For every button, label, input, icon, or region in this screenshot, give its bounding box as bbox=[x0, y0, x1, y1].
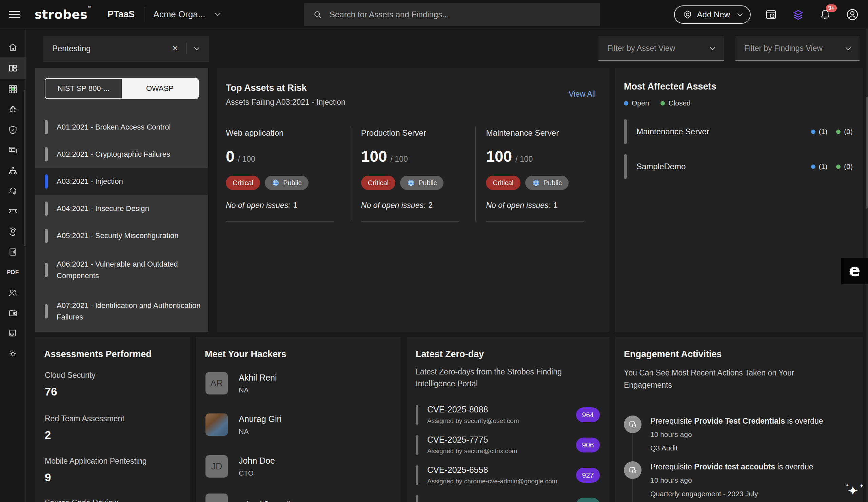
item-bar bbox=[45, 263, 48, 277]
framework-item-a04[interactable]: A04:2021 - Insecure Design bbox=[35, 195, 208, 222]
filter-asset-view-label: Filter by Asset View bbox=[607, 44, 711, 53]
sidebar-item-org-hierarchy[interactable] bbox=[0, 161, 26, 181]
sidebar-item-dashboards[interactable] bbox=[0, 57, 26, 79]
sidebar-item-findings[interactable] bbox=[0, 99, 26, 120]
tab-nist[interactable]: NIST SP 800-... bbox=[45, 79, 122, 98]
zero-day-row[interactable]: CVE-2025-8088Assigned by security@eset.c… bbox=[416, 404, 600, 425]
framework-item-a02[interactable]: A02:2021 - Cryptographic Failures bbox=[35, 141, 208, 168]
issues-label: No of open issues: bbox=[486, 201, 551, 209]
ticket-icon bbox=[8, 206, 18, 216]
chevron-down-icon[interactable] bbox=[215, 11, 221, 16]
shield-check-icon bbox=[8, 125, 18, 135]
clear-icon[interactable]: ✕ bbox=[172, 44, 178, 53]
engagement-activity: Prerequisite Provide Test Credentials is… bbox=[624, 416, 856, 452]
affected-asset-row[interactable]: SampleDemo (1) (0) bbox=[624, 154, 853, 180]
zero-day-panel: Latest Zero-day Latest Zero-days from th… bbox=[407, 337, 609, 502]
item-bar bbox=[45, 202, 48, 216]
activity-context: Q3 Audit bbox=[650, 444, 823, 452]
panel-title: Meet Your Hackers bbox=[205, 349, 287, 360]
chevron-down-icon[interactable] bbox=[710, 45, 715, 50]
framework-item-a05[interactable]: A05:2021 - Security Misconfiguration bbox=[35, 222, 208, 249]
affected-asset-row[interactable]: Maintenance Server (1) (0) bbox=[624, 119, 853, 144]
notifications-bell-icon[interactable]: 9+ bbox=[818, 8, 832, 21]
assessment-item: Source Code Review bbox=[45, 498, 118, 502]
framework-item-a06[interactable]: A06:2021 - Vulnerable and Outdated Compo… bbox=[35, 249, 208, 291]
sidebar-item-reports[interactable] bbox=[0, 242, 26, 262]
sidebar-item-home[interactable] bbox=[0, 37, 26, 57]
zero-day-row[interactable]: CVE-2025-6554 bbox=[416, 495, 600, 502]
item-bar bbox=[624, 154, 627, 179]
sync-settings-icon bbox=[8, 186, 18, 196]
chevron-down-icon[interactable] bbox=[846, 45, 851, 50]
legend-closed: Closed bbox=[661, 99, 690, 107]
issues-label: No of open issues: bbox=[226, 201, 291, 209]
sidebar-item-billing[interactable] bbox=[0, 303, 26, 323]
sidebar-item-settings[interactable] bbox=[0, 344, 26, 364]
cve-assigned: Assigned by chrome-cve-admin@google.com bbox=[427, 478, 576, 485]
framework-item-a07[interactable]: A07:2021 - Identification and Authentica… bbox=[35, 291, 208, 332]
chevron-down-icon[interactable] bbox=[737, 11, 743, 17]
ai-assistant-button[interactable]: ✦ ✦ ✦ bbox=[841, 480, 865, 501]
cve-score-badge: 906 bbox=[576, 438, 600, 452]
severity-badge: Critical bbox=[226, 176, 260, 190]
sidebar-item-assets[interactable] bbox=[0, 140, 26, 161]
severity-badge: Critical bbox=[486, 176, 520, 190]
divider bbox=[226, 222, 334, 222]
cve-id: CVE-2025-6558 bbox=[427, 465, 576, 475]
top-assets-panel: Top Assets at Risk Assets Failing A03:20… bbox=[217, 68, 609, 332]
profile-avatar-icon[interactable] bbox=[846, 8, 859, 21]
calendar-clock-icon bbox=[624, 461, 641, 479]
zero-day-row[interactable]: CVE-2025-7775Assigned by secure@citrix.c… bbox=[416, 435, 600, 455]
hamburger-menu-icon[interactable] bbox=[9, 9, 20, 20]
pdf-icon: PDF bbox=[7, 269, 19, 276]
asset-score: 100 bbox=[486, 147, 512, 165]
avatar: JD bbox=[206, 455, 228, 478]
framework-panel: NIST SP 800-... OWASP A01:2021 - Broken … bbox=[35, 68, 208, 332]
sitemap-icon bbox=[8, 165, 18, 176]
item-bar bbox=[624, 120, 627, 144]
avatar bbox=[206, 493, 228, 502]
chevron-down-icon[interactable] bbox=[194, 45, 200, 51]
divider bbox=[361, 222, 459, 222]
sidebar-item-users[interactable] bbox=[0, 283, 26, 303]
issues-count: 1 bbox=[293, 201, 298, 209]
sidebar-item-compliance[interactable] bbox=[0, 120, 26, 140]
chat-widget-tab[interactable]: e bbox=[841, 258, 868, 284]
view-all-link[interactable]: View All bbox=[569, 90, 596, 99]
cve-score-badge bbox=[576, 498, 600, 502]
framework-item-a03-selected[interactable]: A03:2021 - Injection bbox=[35, 168, 208, 195]
zero-day-row[interactable]: CVE-2025-6558Assigned by chrome-cve-admi… bbox=[416, 465, 600, 485]
filter-asset-view-select[interactable]: Filter by Asset View bbox=[598, 36, 724, 61]
shield-scan-icon bbox=[8, 227, 18, 237]
framework-item-a01[interactable]: A01:2021 - Broken Access Control bbox=[35, 114, 208, 141]
sidebar-item-automation[interactable] bbox=[0, 181, 26, 201]
panel-title: Engagement Activities bbox=[624, 349, 722, 360]
asset-score-max: / 100 bbox=[238, 155, 255, 164]
sidebar-item-tickets[interactable] bbox=[0, 201, 26, 222]
top-bar: strobes™ PTaaS Acme Orga... Add New 9+ bbox=[0, 0, 868, 29]
globe-icon bbox=[532, 179, 540, 187]
page-scrollbar-thumb[interactable] bbox=[866, 97, 868, 208]
globe-icon bbox=[407, 179, 415, 187]
sidebar-item-media[interactable] bbox=[0, 323, 26, 344]
global-search[interactable] bbox=[304, 3, 600, 26]
search-input[interactable] bbox=[330, 10, 600, 19]
visibility-badge: Public bbox=[525, 176, 569, 190]
sidebar-item-pdf-reports[interactable]: PDF bbox=[0, 262, 26, 283]
dashboard-icon bbox=[8, 63, 18, 73]
sidebar-item-scans[interactable] bbox=[0, 222, 26, 242]
sidebar-item-apps[interactable] bbox=[0, 79, 26, 99]
view-select[interactable]: Pentesting ✕ bbox=[43, 36, 209, 61]
layers-icon[interactable] bbox=[792, 8, 805, 21]
sidebar-scrollbar[interactable] bbox=[24, 90, 25, 246]
item-bar bbox=[45, 120, 48, 134]
scheduled-scans-icon[interactable] bbox=[764, 8, 778, 21]
tab-owasp[interactable]: OWASP bbox=[122, 79, 198, 98]
org-selector[interactable]: Acme Orga... bbox=[153, 9, 205, 20]
trademark: ™ bbox=[87, 6, 92, 11]
add-new-button[interactable]: Add New bbox=[674, 6, 751, 24]
filter-findings-view-select[interactable]: Filter by Findings View bbox=[735, 36, 859, 61]
calendar-clock-icon bbox=[624, 416, 641, 433]
asset-score-max: / 100 bbox=[391, 155, 408, 164]
open-dot bbox=[624, 101, 628, 105]
